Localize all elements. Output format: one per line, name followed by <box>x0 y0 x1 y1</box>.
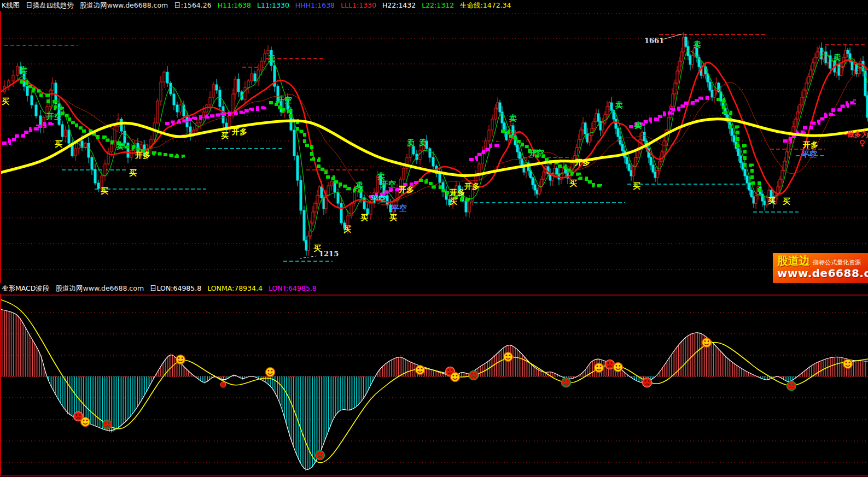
candle-body <box>212 85 214 97</box>
signal-label-开多: 开多 <box>231 127 247 136</box>
candle-body <box>300 180 302 210</box>
candle-body <box>432 157 434 166</box>
candle-body <box>120 119 123 131</box>
candle-body <box>656 170 659 178</box>
candle-body <box>689 56 691 64</box>
candle-body <box>114 127 116 141</box>
candle-body <box>650 157 652 165</box>
candle-body <box>610 103 613 110</box>
price-annotation: -做多为 <box>844 130 868 138</box>
candle-body <box>305 240 307 250</box>
candle-body <box>575 148 578 156</box>
value-hhh1: HHH1:1638 <box>295 1 335 9</box>
value-lonma: LONMA:78934.4 <box>207 284 263 292</box>
candle-body <box>488 130 490 141</box>
trading-app-window: 买卖开空买卖买买开多买开多卖开空买买卖平空卖开空开多平空买买卖卖开多买开多卖开空… <box>0 0 868 477</box>
candle-body <box>209 97 211 105</box>
candle-body <box>543 172 545 179</box>
site-link[interactable]: 股道边网www.de6688.com <box>80 1 168 9</box>
marker-smile <box>176 355 185 364</box>
candle-body <box>439 174 441 182</box>
candle-body <box>516 145 519 152</box>
macd-indicator-label[interactable]: 变形MACD波段 <box>2 284 49 292</box>
candle-body <box>534 185 536 190</box>
candle-body <box>753 197 755 203</box>
lonma-line-yellow <box>0 299 868 463</box>
candle-body <box>814 57 816 63</box>
marker-smile <box>843 360 853 369</box>
logo-url[interactable]: www.de6688.com <box>777 267 865 280</box>
candle-body <box>683 37 685 52</box>
signal-label-买: 买 <box>2 97 9 105</box>
candle-body <box>807 76 809 83</box>
candle-body <box>794 119 796 127</box>
candle-body <box>497 103 499 108</box>
indicator-name-label[interactable]: 日操盘四线趋势 <box>26 1 74 9</box>
candle-body <box>844 50 847 57</box>
candle-body <box>429 149 431 157</box>
marker-frown-green <box>787 381 796 391</box>
candle-body <box>632 167 634 176</box>
candle-body <box>251 74 253 81</box>
candle-body <box>731 128 733 136</box>
candle-body <box>130 150 132 157</box>
candle-body <box>97 183 100 189</box>
signal-label-卖: 卖 <box>377 172 385 180</box>
signal-label-平空: 平空 <box>370 195 386 203</box>
candle-body <box>554 168 556 175</box>
signal-label-卖: 卖 <box>634 121 642 129</box>
candle-body <box>788 143 790 152</box>
macd-panel <box>0 299 868 471</box>
logo-banner[interactable]: 股道边 指标公式量化资源 www.de6688.com <box>773 253 868 283</box>
signal-label-卖: 卖 <box>355 181 363 190</box>
signal-label-买: 买 <box>768 196 776 205</box>
candle-body <box>219 90 221 107</box>
candle-body <box>630 170 632 176</box>
signal-label-卖: 卖 <box>693 40 701 49</box>
candle-body <box>755 196 757 203</box>
candle-body <box>672 94 674 107</box>
candle-body <box>494 108 497 119</box>
candle-body <box>595 114 597 121</box>
logo-brand: 股道边 <box>777 255 810 266</box>
value-l11: L11:1330 <box>257 1 289 9</box>
candle-body <box>254 74 256 81</box>
candle-body <box>160 82 162 101</box>
signal-label-卖: 卖 <box>418 138 427 147</box>
candle-body <box>643 132 645 141</box>
marker-frown <box>643 378 652 387</box>
candle-body <box>156 101 159 123</box>
logo-tagline: 指标公式量化资源 <box>813 258 861 267</box>
candle-body <box>739 156 742 163</box>
candle-body <box>314 203 316 212</box>
candle-body <box>65 130 67 137</box>
candle-body <box>667 117 669 130</box>
signal-label-买: 买 <box>450 197 457 205</box>
candle-body <box>737 149 739 156</box>
candle-body <box>163 72 165 82</box>
candle-body <box>764 201 766 205</box>
candle-body <box>847 50 849 54</box>
candle-body <box>260 61 263 70</box>
charts-canvas[interactable]: 买卖开空买卖买买开多买开多卖开空买买卖平空卖开空开多平空买买卖卖开多买开多卖开空… <box>0 0 868 477</box>
signal-label-买: 买 <box>633 181 640 190</box>
marker-smile <box>266 368 275 377</box>
signal-label-卖: 卖 <box>406 138 415 147</box>
trend-stairs-magenta <box>2 121 52 143</box>
candle-body <box>35 105 37 116</box>
candle-body <box>499 103 501 112</box>
candle-body <box>652 165 654 172</box>
candle-body <box>674 83 676 94</box>
candle-body <box>31 96 33 105</box>
candle-body <box>823 52 825 59</box>
signal-label-卖: 卖 <box>833 53 841 62</box>
candle-body <box>709 82 711 90</box>
site-link[interactable]: 股道边网www.de6688.com <box>55 284 144 292</box>
candle-body <box>244 87 246 99</box>
signal-label-开多: 开多 <box>449 188 465 197</box>
marker-dot <box>220 382 226 387</box>
value-l22: L22:1312 <box>422 1 454 9</box>
candle-body <box>173 94 175 105</box>
candle-body <box>296 156 299 180</box>
candle-body <box>654 172 656 178</box>
